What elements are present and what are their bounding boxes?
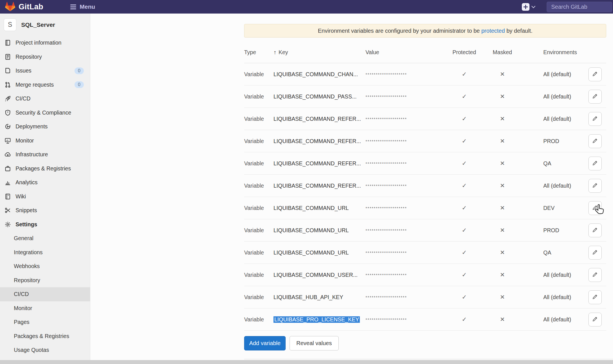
sidebar-item-deployments[interactable]: Deployments: [0, 120, 90, 134]
repository-icon: [4, 53, 11, 60]
variable-row: VariableLIQUIBASE_COMMAND_USER...*******…: [244, 264, 606, 286]
edit-variable-button[interactable]: [588, 90, 602, 104]
variable-row: VariableLIQUIBASE_COMMAND_URL***********…: [244, 197, 606, 219]
sidebar-item-snippets[interactable]: Snippets: [0, 203, 90, 218]
variable-key: LIQUIBASE_PRO_LICENSE_KEY: [273, 316, 360, 323]
pencil-icon: [592, 71, 598, 78]
pencil-icon: [592, 182, 598, 189]
cell-key: LIQUIBASE_COMMAND_URL: [273, 249, 365, 256]
search-input[interactable]: [547, 2, 612, 12]
sidebar-subitem-ci-cd[interactable]: CI/CD: [0, 287, 90, 301]
sidebar-item-label: Infrastructure: [16, 151, 48, 158]
pencil-icon: [592, 294, 598, 301]
add-variable-button[interactable]: Add variable: [244, 336, 286, 350]
menu-button[interactable]: Menu: [70, 3, 95, 10]
edit-variable-button[interactable]: [588, 67, 602, 81]
infrastructure-icon: [4, 151, 11, 158]
sort-ascending-icon: ↑: [273, 49, 276, 55]
issues-icon: [4, 67, 11, 74]
cell-value-masked: ********************: [365, 295, 447, 300]
cell-value-masked: ********************: [365, 206, 447, 210]
gitlab-logo-icon[interactable]: [5, 1, 16, 12]
variable-key: LIQUIBASE_COMMAND_REFER...: [273, 138, 361, 144]
edit-variable-button[interactable]: [588, 179, 602, 193]
variable-key: LIQUIBASE_COMMAND_CHAN...: [273, 71, 358, 77]
protected-link[interactable]: protected: [481, 28, 505, 34]
packages-registries-icon: [4, 165, 11, 172]
sidebar-item-label: Analytics: [16, 179, 38, 186]
sidebar-subitem-usage-quotas[interactable]: Usage Quotas: [0, 343, 90, 357]
sidebar-subitem-repository[interactable]: Repository: [0, 273, 90, 288]
table-actions: Add variable Reveal values: [244, 336, 606, 350]
protected-check-icon: ✓: [447, 316, 481, 323]
sidebar-item-infrastructure[interactable]: Infrastructure: [0, 148, 90, 162]
sidebar-item-ci-cd[interactable]: CI/CD: [0, 92, 90, 106]
sidebar-nav: Project informationRepositoryIssues0Merg…: [0, 36, 90, 357]
gitlab-brand[interactable]: GitLab: [19, 3, 43, 11]
sidebar-item-project-information[interactable]: Project information: [0, 36, 90, 50]
project-sidebar: S SQL_Server Project informationReposito…: [0, 14, 90, 360]
edit-variable-button[interactable]: [588, 157, 602, 170]
cell-value-masked: ********************: [365, 250, 447, 255]
sidebar-item-security-compliance[interactable]: Security & Compliance: [0, 106, 90, 120]
cell-environments: All (default): [524, 183, 588, 189]
edit-variable-button[interactable]: [588, 223, 602, 237]
cell-key: LIQUIBASE_COMMAND_REFER...: [273, 160, 365, 167]
hamburger-icon: [70, 5, 76, 9]
reveal-values-button[interactable]: Reveal values: [290, 336, 339, 350]
cell-type: Variable: [244, 205, 273, 211]
chevron-down-icon: [531, 4, 535, 8]
sidebar-subitem-pages[interactable]: Pages: [0, 315, 90, 329]
cell-type: Variable: [244, 71, 273, 78]
pencil-icon: [592, 138, 598, 144]
variable-row: VariableLIQUIBASE_COMMAND_REFER...******…: [244, 152, 606, 175]
masked-x-icon: ✕: [481, 227, 524, 234]
sidebar-subitem-monitor[interactable]: Monitor: [0, 301, 90, 315]
pencil-icon: [592, 271, 598, 278]
cell-value-masked: ********************: [365, 139, 447, 144]
header-masked: Masked: [481, 49, 524, 56]
protected-check-icon: ✓: [447, 205, 481, 211]
variable-row: VariableLIQUIBASE_COMMAND_URL***********…: [244, 242, 606, 264]
sidebar-subitem-general[interactable]: General: [0, 231, 90, 245]
edit-variable-button[interactable]: [588, 112, 602, 126]
variables-table-body: VariableLIQUIBASE_COMMAND_CHAN...*******…: [244, 63, 606, 331]
pencil-icon: [592, 160, 598, 167]
sidebar-item-wiki[interactable]: Wiki: [0, 190, 90, 204]
sidebar-item-analytics[interactable]: Analytics: [0, 176, 90, 190]
edit-variable-button[interactable]: [588, 313, 602, 326]
sidebar-item-settings[interactable]: Settings: [0, 218, 90, 232]
edit-variable-button[interactable]: [588, 134, 602, 148]
sidebar-item-packages-registries[interactable]: Packages & Registries: [0, 162, 90, 176]
edit-variable-button[interactable]: [588, 290, 602, 304]
sidebar-item-monitor[interactable]: Monitor: [0, 134, 90, 148]
project-header[interactable]: S SQL_Server: [0, 14, 90, 31]
cell-type: Variable: [244, 249, 273, 256]
deployments-icon: [4, 123, 11, 130]
new-menu-button[interactable]: [522, 3, 535, 11]
variable-row: VariableLIQUIBASE_COMMAND_PASS...*******…: [244, 85, 606, 108]
sidebar-item-merge-requests[interactable]: Merge requests0: [0, 78, 90, 92]
edit-variable-button[interactable]: [588, 268, 602, 282]
wiki-icon: [4, 193, 11, 200]
sidebar-subitem-packages-registries[interactable]: Packages & Registries: [0, 329, 90, 343]
sidebar-subitem-integrations[interactable]: Integrations: [0, 245, 90, 260]
cell-environments: PROD: [524, 227, 588, 234]
masked-x-icon: ✕: [481, 294, 524, 301]
edit-variable-button[interactable]: [588, 201, 602, 215]
masked-x-icon: ✕: [481, 271, 524, 278]
sidebar-subitem-webhooks[interactable]: Webhooks: [0, 259, 90, 273]
header-key: Key: [279, 49, 288, 55]
sidebar-item-repository[interactable]: Repository: [0, 50, 90, 64]
sidebar-item-label: Project information: [16, 40, 62, 46]
cell-type: Variable: [244, 294, 273, 301]
sidebar-item-issues[interactable]: Issues0: [0, 64, 90, 78]
header-key-sort[interactable]: ↑Key: [273, 49, 365, 56]
protected-check-icon: ✓: [447, 182, 481, 189]
analytics-icon: [4, 179, 11, 186]
masked-x-icon: ✕: [481, 316, 524, 323]
edit-variable-button[interactable]: [588, 246, 602, 260]
cell-key: LIQUIBASE_COMMAND_REFER...: [273, 138, 365, 144]
cell-type: Variable: [244, 316, 273, 323]
protected-check-icon: ✓: [447, 249, 481, 256]
